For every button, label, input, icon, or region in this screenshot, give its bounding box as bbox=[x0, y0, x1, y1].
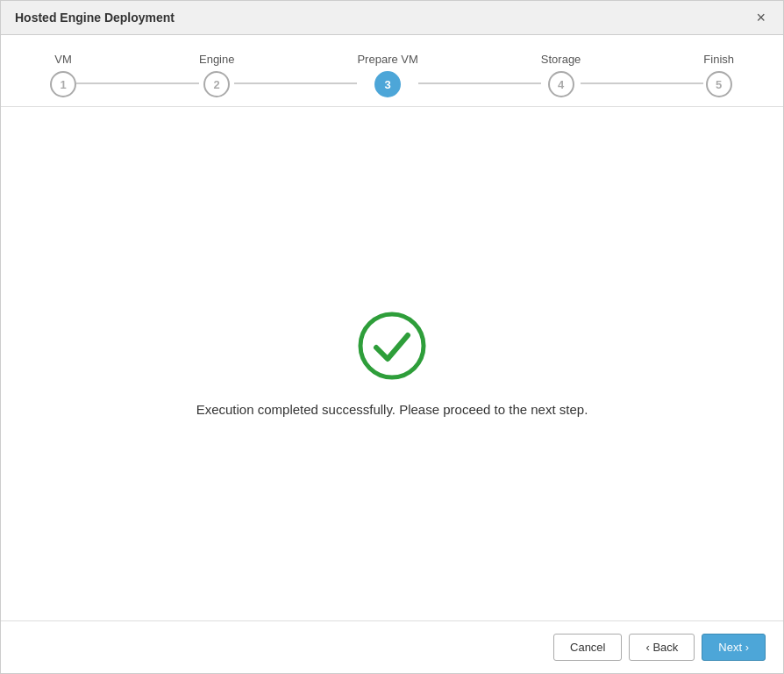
success-icon bbox=[357, 311, 427, 381]
success-message: Execution completed successfully. Please… bbox=[196, 402, 588, 417]
step-prepare-vm-circle: 3 bbox=[374, 71, 401, 97]
stepper: VM 1 Engine 2 Prepare VM 3 Storage 4 Fin… bbox=[1, 35, 783, 107]
step-engine-label: Engine bbox=[199, 53, 234, 66]
close-button[interactable]: × bbox=[752, 10, 769, 25]
dialog-footer: Cancel ‹ Back Next › bbox=[1, 620, 783, 673]
svg-point-0 bbox=[360, 314, 424, 377]
connector-4-5 bbox=[581, 82, 703, 84]
hosted-engine-deployment-dialog: Hosted Engine Deployment × VM 1 Engine 2… bbox=[0, 0, 784, 674]
dialog-body: Execution completed successfully. Please… bbox=[1, 107, 783, 620]
step-prepare-vm-label: Prepare VM bbox=[357, 53, 417, 66]
step-vm-label: VM bbox=[54, 53, 72, 66]
stepper-inner: VM 1 Engine 2 Prepare VM 3 Storage 4 Fin… bbox=[50, 53, 734, 97]
step-finish-circle: 5 bbox=[706, 71, 732, 97]
cancel-button[interactable]: Cancel bbox=[553, 634, 622, 661]
next-button[interactable]: Next › bbox=[702, 634, 766, 661]
dialog-title: Hosted Engine Deployment bbox=[15, 11, 175, 25]
step-storage-circle: 4 bbox=[548, 71, 574, 97]
dialog-header: Hosted Engine Deployment × bbox=[1, 1, 783, 35]
step-prepare-vm: Prepare VM 3 bbox=[357, 53, 417, 97]
step-engine-circle: 2 bbox=[203, 71, 230, 97]
step-storage-label: Storage bbox=[541, 53, 581, 66]
step-vm-circle: 1 bbox=[50, 71, 76, 97]
step-engine: Engine 2 bbox=[199, 53, 234, 97]
connector-3-4 bbox=[418, 82, 541, 84]
back-button[interactable]: ‹ Back bbox=[629, 634, 695, 661]
connector-1-2 bbox=[76, 82, 199, 84]
step-finish: Finish 5 bbox=[703, 53, 734, 97]
step-storage: Storage 4 bbox=[541, 53, 581, 97]
step-finish-label: Finish bbox=[703, 53, 734, 66]
connector-2-3 bbox=[234, 82, 357, 84]
step-vm: VM 1 bbox=[50, 53, 76, 97]
